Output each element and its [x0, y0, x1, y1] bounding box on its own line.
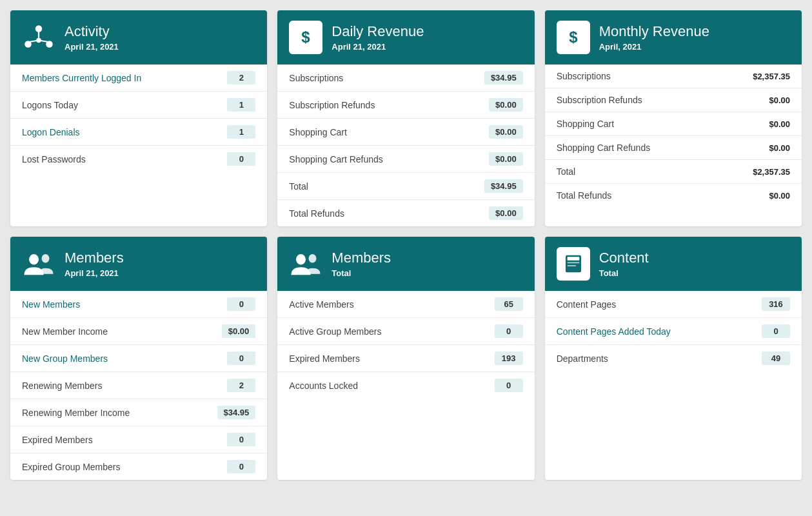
dashboard: ActivityApril 21, 2021Members Currently … — [10, 10, 802, 480]
table-row: Logons Today1 — [10, 92, 267, 119]
row-label: Total Refunds — [289, 208, 344, 219]
row-value: 0 — [762, 324, 790, 338]
row-label: Renewing Members — [22, 381, 103, 391]
row-label: Expired Group Members — [22, 462, 121, 472]
table-row: Renewing Members2 — [10, 372, 267, 399]
svg-point-11 — [296, 254, 306, 265]
card-subtitle-daily-revenue: April 21, 2021 — [332, 42, 424, 52]
card-header-daily-revenue: $ Daily RevenueApril 21, 2021 — [277, 10, 534, 64]
row-label[interactable]: New Members — [22, 299, 80, 310]
row-value: $34.95 — [484, 71, 523, 84]
row-label: Shopping Cart Refunds — [289, 154, 383, 164]
row-value: $0.00 — [489, 125, 523, 139]
row-value: 1 — [227, 125, 255, 139]
row-value: $0.00 — [769, 143, 790, 153]
card-header-members-daily: MembersApril 21, 2021 — [10, 237, 267, 291]
card-daily-revenue: $ Daily RevenueApril 21, 2021Subscriptio… — [277, 10, 534, 226]
row-label[interactable]: Logon Denials — [22, 127, 80, 137]
card-subtitle-content-total: Total — [599, 268, 649, 278]
row-value: $2,357.35 — [753, 167, 790, 177]
row-label: Lost Passwords — [22, 154, 86, 164]
row-label: Accounts Locked — [289, 381, 358, 391]
card-header-text-monthly-revenue: Monthly RevenueApril, 2021 — [599, 23, 709, 51]
row-value: 1 — [227, 98, 255, 112]
row-value: $2,357.35 — [753, 72, 790, 81]
row-label: Active Group Members — [289, 326, 381, 337]
svg-point-12 — [309, 254, 317, 263]
card-header-members-total: MembersTotal — [277, 237, 534, 291]
table-row: Total$2,357.35 — [545, 160, 802, 184]
row-value: 2 — [227, 71, 255, 84]
svg-rect-15 — [567, 262, 579, 263]
row-label[interactable]: New Group Members — [22, 353, 108, 364]
row-label: Renewing Member Income — [22, 408, 130, 418]
table-row: Lost Passwords0 — [10, 146, 267, 172]
row-label: Subscriptions — [557, 71, 611, 81]
row-label[interactable]: Members Currently Logged In — [22, 73, 141, 83]
table-row: Departments49 — [545, 345, 802, 372]
card-subtitle-members-daily: April 21, 2021 — [64, 268, 124, 278]
table-row: Subscriptions$34.95 — [277, 64, 534, 92]
svg-text:$: $ — [569, 28, 578, 46]
card-body-members-total: Active Members65Active Group Members0Exp… — [277, 291, 534, 399]
row-value: $34.95 — [484, 179, 523, 193]
row-label: Shopping Cart — [557, 119, 615, 129]
table-row: Active Members65 — [277, 291, 534, 318]
row-value: $0.00 — [489, 98, 523, 112]
row-value: 0 — [227, 352, 255, 365]
table-row: Shopping Cart$0.00 — [277, 119, 534, 146]
table-row: Expired Members193 — [277, 345, 534, 372]
card-body-daily-revenue: Subscriptions$34.95Subscription Refunds$… — [277, 64, 534, 226]
table-row: Content Pages Added Today0 — [545, 318, 802, 345]
dollar-boxed-icon: $ — [557, 21, 590, 54]
row-label: Total — [289, 181, 308, 192]
card-subtitle-members-total: Total — [332, 268, 391, 278]
row-value: $0.00 — [769, 95, 790, 105]
dollar-boxed-icon: $ — [289, 21, 322, 54]
row-value: 0 — [227, 460, 255, 473]
row-label: Total Refunds — [557, 190, 612, 201]
table-row: Subscription Refunds$0.00 — [545, 88, 802, 112]
card-members-total: MembersTotalActive Members65Active Group… — [277, 237, 534, 480]
row-label: Departments — [557, 353, 608, 364]
row-value: $0.00 — [489, 206, 523, 220]
table-row: Logon Denials1 — [10, 119, 267, 146]
table-row: Total Refunds$0.00 — [545, 184, 802, 207]
row-label: Subscription Refunds — [557, 95, 642, 105]
row-value: 0 — [495, 379, 523, 392]
row-label: New Member Income — [22, 326, 108, 337]
row-label: Subscriptions — [289, 73, 343, 83]
card-body-members-daily: New Members0New Member Income$0.00New Gr… — [10, 291, 267, 480]
card-subtitle-activity: April 21, 2021 — [64, 42, 119, 52]
card-title-content-total: Content — [599, 250, 649, 266]
row-label: Shopping Cart — [289, 127, 347, 137]
row-value: 0 — [227, 433, 255, 446]
table-row: Renewing Member Income$34.95 — [10, 399, 267, 426]
row-label: Logons Today — [22, 100, 78, 110]
card-title-members-total: Members — [332, 250, 391, 266]
row-value: $0.00 — [769, 119, 790, 129]
row-value: $34.95 — [217, 406, 256, 419]
card-title-daily-revenue: Daily Revenue — [332, 23, 424, 40]
table-row: New Group Members0 — [10, 345, 267, 372]
table-row: New Members0 — [10, 291, 267, 318]
row-label: Content Pages — [557, 299, 617, 310]
row-value: 0 — [495, 324, 523, 338]
card-header-text-activity: ActivityApril 21, 2021 — [64, 23, 119, 51]
table-row: Shopping Cart$0.00 — [545, 112, 802, 136]
svg-point-9 — [29, 254, 39, 265]
row-value: 193 — [495, 352, 523, 365]
row-value: $0.00 — [769, 191, 790, 201]
row-value: 2 — [227, 379, 255, 392]
row-label: Active Members — [289, 299, 353, 310]
row-value: 49 — [762, 352, 790, 365]
row-label[interactable]: Content Pages Added Today — [557, 326, 671, 337]
row-value: 316 — [762, 297, 790, 311]
table-row: Content Pages316 — [545, 291, 802, 318]
card-activity: ActivityApril 21, 2021Members Currently … — [10, 10, 267, 226]
card-monthly-revenue: $ Monthly RevenueApril, 2021Subscription… — [545, 10, 802, 226]
card-header-content-total: ContentTotal — [545, 237, 802, 291]
card-header-monthly-revenue: $ Monthly RevenueApril, 2021 — [545, 10, 802, 64]
table-row: Accounts Locked0 — [277, 372, 534, 399]
card-header-text-members-daily: MembersApril 21, 2021 — [64, 250, 124, 277]
